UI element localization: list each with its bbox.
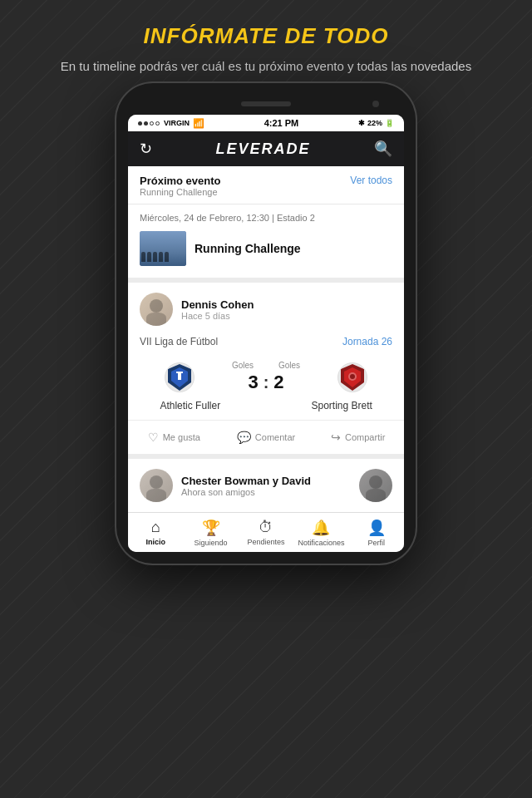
tab-inicio[interactable]: ⌂ Inicio bbox=[128, 513, 183, 552]
tab-pendientes[interactable]: ⏱ Pendientes bbox=[239, 513, 293, 552]
carrier-name: VIRGIN bbox=[164, 119, 190, 127]
tab-perfil-label: Perfil bbox=[368, 539, 386, 547]
david-silhouette bbox=[359, 469, 392, 502]
svg-point-7 bbox=[350, 374, 355, 379]
david-head bbox=[369, 475, 382, 489]
signal-dot-1 bbox=[138, 121, 142, 126]
status-bar: VIRGIN 📶 4:21 PM ✱ 22% 🔋 bbox=[128, 115, 404, 131]
next-event-subtitle: Running Challenge bbox=[140, 187, 221, 197]
user-avatar-dennis bbox=[140, 293, 173, 326]
event-date: Miércoles, 24 de Febrero, 12:30 | Estadi… bbox=[128, 208, 404, 228]
comment-button[interactable]: 💬 Comentar bbox=[220, 426, 313, 449]
phone-camera bbox=[372, 101, 379, 107]
search-button[interactable]: 🔍 bbox=[374, 140, 392, 158]
runner-5 bbox=[165, 252, 169, 262]
runner-1 bbox=[141, 252, 145, 262]
tab-siguiendo[interactable]: 🏆 Siguiendo bbox=[183, 513, 238, 552]
tab-inicio-label: Inicio bbox=[145, 538, 165, 546]
team-badge-left bbox=[165, 362, 195, 392]
friend-status: Ahora son amigos bbox=[181, 487, 351, 497]
status-battery: ✱ 22% 🔋 bbox=[358, 119, 394, 127]
share-icon: ↪ bbox=[331, 431, 341, 444]
runner-4 bbox=[159, 252, 163, 262]
phone-screen: VIRGIN 📶 4:21 PM ✱ 22% 🔋 ↻ LEVERADE 🔍 bbox=[128, 115, 404, 552]
team-badge-right bbox=[337, 362, 367, 392]
tab-notificaciones[interactable]: 🔔 Notificaciones bbox=[293, 513, 348, 552]
team-name-row: Athletic Fuller Sporting Brett bbox=[128, 397, 404, 420]
avatar-chester bbox=[140, 469, 173, 502]
chester-silhouette bbox=[140, 469, 173, 502]
score-separator: : bbox=[264, 373, 269, 392]
ver-todos-link[interactable]: Ver todos bbox=[350, 175, 392, 186]
like-label: Me gusta bbox=[163, 432, 200, 442]
badge-left-svg bbox=[168, 364, 191, 391]
refresh-button[interactable]: ↻ bbox=[140, 140, 152, 158]
comment-label: Comentar bbox=[255, 432, 295, 442]
post-user-info: Dennis Cohen Hace 5 días bbox=[181, 298, 392, 321]
tab-bar: ⌂ Inicio 🏆 Siguiendo ⏱ Pendientes 🔔 Noti… bbox=[128, 512, 404, 552]
score-labels: Goles Goles bbox=[232, 361, 300, 370]
app-logo: LEVERADE bbox=[215, 140, 310, 158]
wifi-icon: 📶 bbox=[193, 118, 204, 129]
runner-silhouettes bbox=[141, 252, 169, 262]
friend-names: Chester Bowman y David bbox=[181, 475, 351, 487]
signal-dot-3 bbox=[150, 121, 154, 126]
score-right: 2 bbox=[273, 372, 283, 393]
friend-info: Chester Bowman y David Ahora son amigos bbox=[181, 475, 351, 497]
goals-label-right: Goles bbox=[278, 361, 300, 370]
post-section: Dennis Cohen Hace 5 días VII Liga de Fút… bbox=[128, 283, 404, 454]
tab-perfil[interactable]: 👤 Perfil bbox=[349, 513, 404, 552]
dennis-head bbox=[150, 299, 163, 313]
team-name-right: Sporting Brett bbox=[291, 400, 392, 411]
profile-icon: 👤 bbox=[367, 519, 386, 537]
tab-siguiendo-label: Siguiendo bbox=[195, 539, 228, 547]
friend-section: Chester Bowman y David Ahora son amigos bbox=[128, 459, 404, 512]
next-event-section: Próximo evento Running Challenge Ver tod… bbox=[128, 166, 404, 278]
post-user-name: Dennis Cohen bbox=[181, 298, 392, 311]
home-icon: ⌂ bbox=[151, 519, 160, 536]
bluetooth-icon: ✱ bbox=[358, 119, 365, 127]
team-left bbox=[140, 362, 220, 392]
trophy-icon: 🏆 bbox=[202, 519, 220, 537]
page-subtitle: En tu timeline podrás ver cuál es tu pró… bbox=[33, 57, 499, 76]
jornada: Jornada 26 bbox=[342, 336, 392, 347]
content-area: Próximo evento Running Challenge Ver tod… bbox=[128, 166, 404, 512]
dennis-body bbox=[146, 313, 166, 326]
next-event-title-group: Próximo evento Running Challenge bbox=[140, 175, 221, 197]
post-actions: ♡ Me gusta 💬 Comentar ↪ Compartir bbox=[128, 421, 404, 454]
post-user-row: Dennis Cohen Hace 5 días bbox=[128, 283, 404, 332]
runner-2 bbox=[147, 252, 151, 262]
battery-icon: 🔋 bbox=[385, 119, 394, 127]
svg-rect-2 bbox=[176, 372, 183, 373]
phone-speaker bbox=[241, 101, 291, 106]
clock-icon: ⏱ bbox=[259, 519, 273, 536]
runner-3 bbox=[153, 252, 157, 262]
league-name: VII Liga de Fútbol bbox=[140, 336, 218, 347]
battery-percent: 22% bbox=[367, 119, 382, 127]
score-value: 3 : 2 bbox=[248, 372, 283, 393]
signal-dot-2 bbox=[144, 121, 148, 126]
score-center: Goles Goles 3 : 2 bbox=[220, 361, 312, 393]
post-time: Hace 5 días bbox=[181, 311, 392, 321]
goals-label-left: Goles bbox=[232, 361, 254, 370]
event-divider bbox=[128, 204, 404, 204]
event-name: Running Challenge bbox=[195, 242, 301, 255]
chester-head bbox=[150, 475, 163, 489]
next-event-title: Próximo evento bbox=[140, 175, 221, 187]
svg-rect-3 bbox=[178, 373, 181, 380]
match-row: Goles Goles 3 : 2 bbox=[128, 354, 404, 397]
share-button[interactable]: ↪ Compartir bbox=[312, 426, 404, 449]
like-button[interactable]: ♡ Me gusta bbox=[128, 426, 220, 449]
bell-icon: 🔔 bbox=[312, 519, 330, 537]
post-league-row: VII Liga de Fútbol Jornada 26 bbox=[128, 332, 404, 354]
status-carrier: VIRGIN 📶 bbox=[138, 118, 204, 129]
comment-icon: 💬 bbox=[237, 431, 251, 444]
phone-notch bbox=[128, 95, 404, 113]
tab-notificaciones-label: Notificaciones bbox=[298, 539, 344, 547]
event-item[interactable]: Running Challenge bbox=[128, 228, 404, 278]
next-event-header: Próximo evento Running Challenge Ver tod… bbox=[128, 166, 404, 200]
signal-dot-4 bbox=[155, 121, 160, 126]
chester-body bbox=[146, 489, 166, 502]
heart-icon: ♡ bbox=[148, 431, 159, 444]
badge-right-svg bbox=[341, 364, 364, 391]
